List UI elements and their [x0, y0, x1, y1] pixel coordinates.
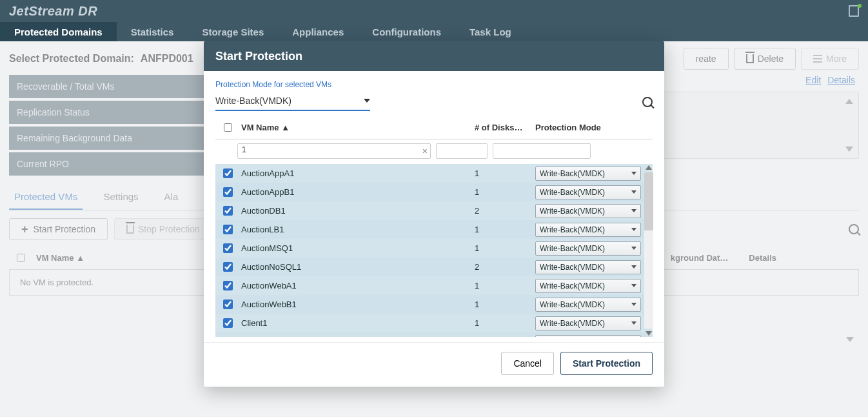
scroll-up-icon[interactable] [845, 96, 853, 104]
select-all-rows-checkbox[interactable] [224, 123, 232, 132]
disks-filter[interactable] [436, 143, 488, 159]
cancel-label: Cancel [513, 358, 542, 369]
row-name: AuctionDB1 [241, 206, 469, 216]
row-checkbox[interactable] [223, 168, 233, 178]
row-mode-select[interactable]: Write-Back(VMDK) [535, 223, 641, 237]
row-mode-value: Write-Back(VMDK) [540, 244, 605, 253]
row-mode-select[interactable]: Write-Back(VMDK) [535, 185, 641, 199]
table-row[interactable]: AuctionAppB11Write-Back(VMDK) [215, 183, 653, 201]
table-row[interactable]: AuctionLB11Write-Back(VMDK) [215, 220, 653, 239]
table-row[interactable]: Client11Write-Back(VMDK) [215, 314, 653, 332]
more-button[interactable]: More [801, 48, 859, 70]
row-mode-select[interactable]: Write-Back(VMDK) [535, 335, 641, 338]
nav-item-storage-sites[interactable]: Storage Sites [188, 22, 278, 41]
table-row[interactable]: DS3DB13Write-Back(VMDK) [215, 332, 653, 337]
cancel-button[interactable]: Cancel [501, 352, 554, 375]
disks-col-header[interactable]: # of Disks… [475, 123, 530, 132]
chevron-down-icon [631, 265, 636, 269]
row-mode-select[interactable]: Write-Back(VMDK) [535, 260, 641, 274]
hamburger-icon [813, 55, 822, 63]
table-row[interactable]: AuctionDB12Write-Back(VMDK) [215, 201, 653, 220]
scroll-down-icon[interactable] [846, 337, 854, 342]
main-nav: Protected DomainsStatisticsStorage Sites… [0, 22, 868, 41]
chevron-down-icon [631, 190, 636, 194]
row-checkbox[interactable] [223, 300, 233, 309]
stop-protection-button[interactable]: Stop Protection [114, 218, 212, 240]
row-name: AuctionMSQ1 [241, 243, 469, 253]
row-checkbox[interactable] [223, 187, 233, 197]
more-button-label: More [826, 54, 847, 64]
protection-mode-caption: Protection Mode for selected VMs [215, 80, 653, 89]
details-header: Details [749, 253, 776, 263]
row-mode-value: Write-Back(VMDK) [540, 207, 605, 216]
row-checkbox[interactable] [223, 206, 233, 216]
tab-settings[interactable]: Settings [98, 185, 143, 210]
row-checkbox[interactable] [223, 262, 233, 272]
table-row[interactable]: AuctionMSQ11Write-Back(VMDK) [215, 239, 653, 258]
nav-item-statistics[interactable]: Statistics [117, 22, 188, 41]
row-disks: 1 [475, 281, 530, 290]
search-icon[interactable] [849, 224, 859, 234]
row-mode-select[interactable]: Write-Back(VMDK) [535, 204, 641, 218]
chevron-down-icon [631, 303, 636, 306]
start-protection-button[interactable]: Start Protection [9, 218, 108, 240]
vm-name-filter[interactable]: 1 × [237, 143, 431, 159]
clipboard-icon[interactable] [849, 5, 859, 17]
mode-col-header[interactable]: Protection Mode [535, 123, 649, 132]
nav-item-appliances[interactable]: Appliances [278, 22, 358, 41]
row-checkbox[interactable] [223, 281, 233, 290]
nav-item-protected-domains[interactable]: Protected Domains [0, 22, 117, 41]
row-name: AuctionWebB1 [241, 300, 469, 309]
create-button[interactable]: reate [684, 48, 729, 70]
edit-link[interactable]: Edit [805, 75, 821, 85]
row-name: AuctionAppA1 [241, 168, 469, 178]
nav-item-task-log[interactable]: Task Log [455, 22, 526, 41]
row-mode-value: Write-Back(VMDK) [540, 169, 605, 178]
row-mode-select[interactable]: Write-Back(VMDK) [535, 279, 641, 293]
chevron-down-icon [631, 228, 636, 231]
confirm-start-protection-button[interactable]: Start Protection [560, 352, 653, 375]
trash-icon [126, 225, 134, 234]
start-protection-dialog: Start Protection Protection Mode for sel… [204, 41, 664, 387]
row-checkbox[interactable] [223, 225, 233, 234]
table-row[interactable]: AuctionAppA11Write-Back(VMDK) [215, 164, 653, 183]
search-icon[interactable] [642, 97, 653, 107]
mode-filter[interactable] [493, 143, 591, 159]
nav-item-configurations[interactable]: Configurations [358, 22, 455, 41]
delete-button[interactable]: Delete [734, 48, 796, 70]
row-checkbox[interactable] [223, 243, 233, 253]
tab-ala[interactable]: Ala [159, 185, 184, 210]
scroll-up-icon[interactable] [646, 165, 652, 170]
protection-mode-select[interactable]: Write-Back(VMDK) [215, 93, 370, 111]
brand-title: JetStream DR [9, 4, 97, 19]
vm-name-header[interactable]: VM Name ▲ [36, 253, 84, 263]
select-all-checkbox[interactable] [17, 254, 25, 262]
row-disks: 1 [475, 225, 530, 234]
grid-header: VM Name ▲ # of Disks… Protection Mode [215, 116, 653, 139]
row-mode-select[interactable]: Write-Back(VMDK) [535, 316, 641, 331]
chevron-down-icon [364, 99, 370, 103]
row-disks: 2 [475, 262, 530, 272]
scroll-down-icon[interactable] [845, 147, 853, 154]
table-row[interactable]: AuctionWebA11Write-Back(VMDK) [215, 276, 653, 295]
details-link[interactable]: Details [827, 75, 855, 85]
row-mode-select[interactable]: Write-Back(VMDK) [535, 167, 641, 181]
tab-protected-vms[interactable]: Protected VMs [9, 185, 83, 210]
row-mode-select[interactable]: Write-Back(VMDK) [535, 298, 641, 312]
table-row[interactable]: AuctionWebB11Write-Back(VMDK) [215, 295, 653, 314]
vertical-scrollbar[interactable] [642, 164, 655, 337]
scroll-track[interactable] [644, 172, 653, 329]
scroll-down-icon[interactable] [646, 331, 652, 336]
table-row[interactable]: AuctionNoSQL12Write-Back(VMDK) [215, 258, 653, 276]
scroll-thumb[interactable] [644, 172, 653, 230]
vm-name-col-header[interactable]: VM Name ▲ [241, 123, 469, 132]
background-data-header: kground Dat… [671, 253, 729, 263]
domain-selector-value[interactable]: ANFPD001 [141, 53, 193, 65]
row-mode-select[interactable]: Write-Back(VMDK) [535, 241, 641, 256]
row-disks: 1 [475, 187, 530, 197]
row-mode-value: Write-Back(VMDK) [540, 300, 605, 309]
confirm-label: Start Protection [573, 358, 640, 369]
row-checkbox[interactable] [223, 318, 233, 328]
clear-icon[interactable]: × [422, 146, 428, 156]
brand-bar: JetStream DR [0, 0, 868, 22]
